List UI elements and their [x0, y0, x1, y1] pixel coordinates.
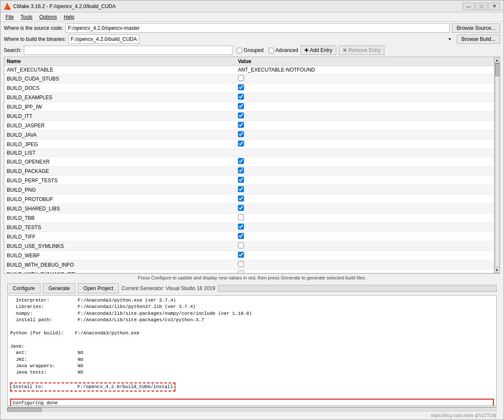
search-input[interactable] [24, 46, 232, 55]
toolbar: Where is the source code: Browse Source.… [0, 22, 504, 57]
table-row[interactable]: BUILD_SHARED_LIBS [4, 204, 494, 213]
table-checkbox[interactable] [238, 167, 244, 173]
table-cell-value[interactable] [235, 232, 494, 242]
table-row[interactable]: BUILD_PACKAGE [4, 167, 494, 176]
table-row[interactable]: BUILD_WEBP [4, 251, 494, 260]
scroll-thumb[interactable] [495, 63, 499, 76]
table-row[interactable]: BUILD_USE_SYMLINKS [4, 242, 494, 251]
table-cell-value[interactable] [235, 223, 494, 232]
table-row[interactable]: BUILD_LIST [4, 149, 494, 157]
advanced-checkbox-label[interactable]: Advanced [269, 47, 298, 53]
table-row[interactable]: BUILD_TIFF [4, 232, 494, 242]
table-row[interactable]: ANT_EXECUTABLEANT_EXECUTABLE-NOTFOUND [4, 66, 494, 74]
table-checkbox[interactable] [238, 214, 244, 220]
table-cell-value[interactable] [235, 112, 494, 121]
close-button[interactable]: ✕ [488, 3, 500, 10]
browse-source-button[interactable]: Browse Source... [452, 23, 500, 33]
log-area[interactable]: Interpreter: F:/Anaconda3/python.exe (ve… [7, 295, 497, 406]
table-scroll[interactable]: Name Value ANT_EXECUTABLEANT_EXECUTABLE-… [4, 57, 494, 273]
table-checkbox[interactable] [238, 141, 244, 147]
h-scroll-track[interactable] [7, 407, 497, 411]
table-row[interactable]: BUILD_TBB [4, 213, 494, 223]
table-checkbox[interactable] [238, 270, 244, 273]
open-project-button[interactable]: Open Project [78, 283, 119, 293]
table-checkbox[interactable] [238, 94, 244, 100]
table-cell-value[interactable] [235, 260, 494, 270]
table-checkbox[interactable] [238, 131, 244, 137]
add-entry-button[interactable]: ✚ Add Entry [301, 46, 336, 55]
scroll-down-btn[interactable]: ▼ [494, 267, 500, 273]
table-cell-value[interactable] [235, 130, 494, 140]
table-cell-value[interactable] [235, 195, 494, 204]
table-cell-value[interactable] [235, 140, 494, 149]
table-row[interactable]: BUILD_ITT [4, 112, 494, 121]
table-checkbox[interactable] [238, 252, 244, 258]
table-cell-value[interactable] [235, 185, 494, 195]
remove-entry-button[interactable]: ✖ Remove Entry [339, 46, 384, 55]
maximize-button[interactable]: □ [475, 3, 487, 10]
browse-build-button[interactable]: Browse Build... [457, 35, 500, 44]
log-line: Java: [10, 343, 494, 350]
table-cell-value[interactable] [235, 213, 494, 223]
table-row[interactable]: BUILD_JPEG [4, 140, 494, 149]
table-checkbox[interactable] [238, 84, 244, 90]
table-cell-value[interactable] [235, 242, 494, 251]
source-input[interactable] [66, 23, 449, 33]
scroll-up-btn[interactable]: ▲ [494, 57, 500, 63]
table-row[interactable]: BUILD_PROTOBUF [4, 195, 494, 204]
table-row[interactable]: BUILD_WITH_DEBUG_INFO [4, 260, 494, 270]
table-row[interactable]: BUILD_WITH_DYNAMIC_IPP [4, 270, 494, 273]
table-cell-name: BUILD_TESTS [4, 223, 235, 232]
minimize-button[interactable]: — [463, 3, 475, 10]
table-checkbox[interactable] [238, 112, 244, 118]
table-checkbox[interactable] [238, 233, 244, 239]
table-checkbox[interactable] [238, 186, 244, 192]
table-row[interactable]: BUILD_IPP_IW [4, 102, 494, 112]
menu-tools[interactable]: Tools [17, 13, 36, 21]
table-cell-value[interactable] [235, 270, 494, 273]
table-checkbox[interactable] [238, 205, 244, 211]
table-row[interactable]: BUILD_JASPER [4, 121, 494, 130]
table-cell-value[interactable] [235, 121, 494, 130]
table-checkbox[interactable] [238, 224, 244, 230]
table-cell-value[interactable] [235, 102, 494, 112]
table-checkbox[interactable] [238, 177, 244, 183]
menu-help[interactable]: Help [60, 13, 78, 21]
build-dropdown[interactable]: F:/opencv_4.2.0/build_CUDA [69, 35, 139, 44]
table-row[interactable]: BUILD_CUDA_STUBS [4, 74, 494, 83]
grouped-checkbox[interactable] [237, 48, 242, 53]
table-cell-value[interactable] [235, 157, 494, 167]
table-checkbox[interactable] [238, 75, 244, 81]
table-row[interactable]: BUILD_PERF_TESTS [4, 176, 494, 185]
table-cell-value[interactable] [235, 74, 494, 83]
generate-button[interactable]: Generate [43, 283, 75, 293]
table-cell-value[interactable] [235, 167, 494, 176]
table-cell-value[interactable] [235, 176, 494, 185]
table-cell-value[interactable] [235, 204, 494, 213]
grouped-checkbox-label[interactable]: Grouped [237, 47, 263, 53]
table-checkbox[interactable] [238, 158, 244, 164]
table-row[interactable]: BUILD_TESTS [4, 223, 494, 232]
scroll-track[interactable] [495, 63, 500, 267]
table-checkbox[interactable] [238, 196, 244, 201]
table-checkbox[interactable] [238, 103, 244, 109]
configure-button[interactable]: Configure [7, 283, 40, 293]
log-line: Python (for build): F:/Anaconda3/python.… [10, 330, 494, 337]
table-cell-value[interactable] [235, 83, 494, 93]
table-row[interactable]: BUILD_OPENEXR [4, 157, 494, 167]
menu-options[interactable]: Options [36, 13, 60, 21]
table-row[interactable]: BUILD_JAVA [4, 130, 494, 140]
table-row[interactable]: BUILD_PNG [4, 185, 494, 195]
table-row[interactable]: BUILD_EXAMPLES [4, 93, 494, 102]
table-cell-value[interactable] [235, 251, 494, 260]
table-checkbox[interactable] [238, 242, 244, 248]
menu-file[interactable]: File [2, 13, 17, 21]
vertical-scrollbar[interactable]: ▲ ▼ [494, 57, 500, 273]
h-scroll-thumb[interactable] [8, 408, 42, 412]
table-checkbox[interactable] [238, 261, 244, 267]
table-cell-value[interactable] [235, 93, 494, 102]
advanced-checkbox[interactable] [269, 48, 274, 53]
table-checkbox[interactable] [238, 122, 244, 128]
table-row[interactable]: BUILD_DOCS [4, 83, 494, 93]
window-controls: — □ ✕ [463, 3, 500, 10]
